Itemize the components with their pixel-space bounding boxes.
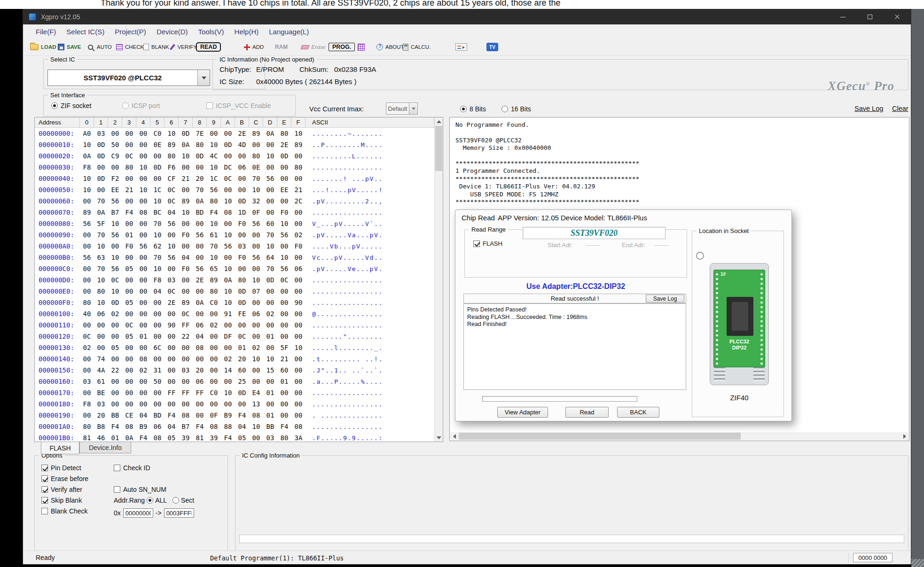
hex-byte[interactable]: 00 <box>136 254 150 261</box>
hex-byte[interactable]: 08 <box>150 434 164 442</box>
hex-byte[interactable]: 08 <box>122 423 136 430</box>
hex-byte[interactable]: 01 <box>108 434 122 442</box>
hex-byte[interactable]: 00 <box>108 321 122 329</box>
hex-byte[interactable]: 56 <box>108 265 122 272</box>
hex-byte[interactable]: 00 <box>108 242 122 250</box>
hex-byte[interactable]: 04 <box>136 412 150 419</box>
dialog-back-button[interactable]: BACK <box>617 407 659 418</box>
hex-byte[interactable]: 05 <box>122 265 136 272</box>
hex-byte[interactable]: 00 <box>263 287 277 295</box>
hex-byte[interactable]: 20 <box>94 412 108 419</box>
hex-byte[interactable]: 90 <box>164 321 179 329</box>
hex-byte[interactable]: B7 <box>179 423 193 430</box>
hex-byte[interactable]: F4 <box>193 423 207 430</box>
hex-byte[interactable]: 0D <box>94 152 108 160</box>
hex-byte[interactable]: 10 <box>150 265 164 272</box>
hex-byte[interactable]: 0D <box>263 276 277 284</box>
scroll-down-button[interactable] <box>435 434 443 442</box>
hex-byte[interactable]: 0C <box>164 186 179 194</box>
hex-byte[interactable]: 00 <box>291 220 305 227</box>
hex-byte[interactable]: 00 <box>136 130 150 137</box>
hex-byte[interactable]: 00 <box>122 389 136 396</box>
hex-byte[interactable]: 00 <box>291 287 305 295</box>
hex-byte[interactable]: 00 <box>136 344 150 351</box>
menu-item[interactable]: File(F) <box>31 28 61 36</box>
hex-byte[interactable]: 00 <box>179 378 193 385</box>
hex-byte[interactable]: 00 <box>277 197 291 205</box>
hex-byte[interactable]: 89 <box>291 141 305 148</box>
hex-byte[interactable]: 00 <box>277 389 291 396</box>
hex-byte[interactable]: 01 <box>136 333 150 340</box>
hex-byte[interactable]: 22 <box>179 333 193 340</box>
hex-byte[interactable]: 01 <box>263 389 277 396</box>
hex-byte[interactable]: 00 <box>249 366 263 374</box>
hex-byte[interactable]: 0E <box>150 141 164 148</box>
hex-byte[interactable]: 03 <box>94 400 108 408</box>
hex-byte[interactable]: C0 <box>207 389 221 396</box>
hex-byte[interactable]: 10 <box>108 220 122 227</box>
hex-byte[interactable]: 10 <box>221 389 235 396</box>
hex-byte[interactable]: 00 <box>193 287 207 295</box>
hex-byte[interactable]: 00 <box>150 152 164 160</box>
hex-byte[interactable]: 00 <box>207 378 221 385</box>
hex-byte[interactable]: 00 <box>263 344 277 351</box>
hex-byte[interactable]: 00 <box>136 276 150 284</box>
hex-byte[interactable]: 00 <box>80 355 94 363</box>
hex-byte[interactable]: 01 <box>235 344 249 351</box>
hex-byte[interactable]: 05 <box>235 434 249 442</box>
hex-byte[interactable]: FE <box>235 310 249 318</box>
hex-byte[interactable]: FF <box>179 389 193 396</box>
hex-byte[interactable]: 00 <box>277 163 291 171</box>
hex-byte[interactable]: 00 <box>80 242 94 250</box>
hex-byte[interactable]: 00 <box>193 254 207 261</box>
hex-byte[interactable]: BC <box>150 209 164 216</box>
hex-byte[interactable]: 04 <box>179 254 193 261</box>
hex-byte[interactable]: DF <box>221 333 235 340</box>
hex-byte[interactable]: 50 <box>150 378 164 385</box>
hex-byte[interactable]: 21 <box>291 186 305 194</box>
hex-byte[interactable]: 91 <box>221 310 235 318</box>
hex-byte[interactable]: 01 <box>263 333 277 340</box>
scrollbar-thumb[interactable] <box>459 433 741 440</box>
hex-byte[interactable]: F8 <box>80 400 94 408</box>
hex-byte[interactable]: 00 <box>122 130 136 137</box>
hex-byte[interactable]: 04 <box>150 287 164 295</box>
hex-byte[interactable]: 00 <box>291 412 305 419</box>
calculator-button[interactable]: CALCU. <box>403 39 431 55</box>
hex-byte[interactable]: 05 <box>122 299 136 306</box>
ic-config-field[interactable] <box>239 535 904 543</box>
hex-byte[interactable]: 80 <box>249 152 263 160</box>
hex-byte[interactable]: 00 <box>263 400 277 408</box>
hex-byte[interactable]: 70 <box>94 197 108 205</box>
hex-byte[interactable]: 00 <box>136 287 150 295</box>
hex-byte[interactable]: 89 <box>179 299 193 306</box>
hex-byte[interactable]: 00 <box>277 400 291 408</box>
hex-byte[interactable]: 89 <box>179 197 193 205</box>
hex-byte[interactable]: 00 <box>207 310 221 318</box>
hex-byte[interactable]: 00 <box>108 355 122 363</box>
hex-byte[interactable]: 00 <box>164 231 179 239</box>
hex-byte[interactable]: 14 <box>221 366 235 374</box>
hex-byte[interactable]: 01 <box>263 412 277 419</box>
hex-byte[interactable]: 00 <box>80 287 94 295</box>
auto-sn-checkbox[interactable]: Auto SN_NUM <box>114 486 166 493</box>
hex-byte[interactable]: F0 <box>122 242 136 250</box>
hex-byte[interactable]: 00 <box>221 152 235 160</box>
hex-byte[interactable]: 10 <box>179 152 193 160</box>
hex-byte[interactable]: 0D <box>221 141 235 148</box>
hex-byte[interactable]: 80 <box>291 163 305 171</box>
hex-byte[interactable]: 05 <box>164 434 179 442</box>
hex-byte[interactable]: 10 <box>249 423 263 430</box>
hex-byte[interactable]: CE <box>122 412 136 419</box>
hex-byte[interactable]: 00 <box>164 344 179 351</box>
hex-byte[interactable]: 00 <box>193 220 207 227</box>
hex-byte[interactable]: 70 <box>193 186 207 194</box>
hex-byte[interactable]: 06 <box>235 163 249 171</box>
prog-button[interactable]: PROG. <box>329 39 355 55</box>
hex-byte[interactable]: F0 <box>235 220 249 227</box>
ic-select-dropdown[interactable]: SST39VF020 @PLCC32 <box>47 70 210 86</box>
hex-byte[interactable]: 63 <box>94 254 108 261</box>
hex-byte[interactable]: 00 <box>136 220 150 227</box>
hex-byte[interactable]: 00 <box>249 299 263 306</box>
hex-byte[interactable]: F4 <box>108 423 122 430</box>
